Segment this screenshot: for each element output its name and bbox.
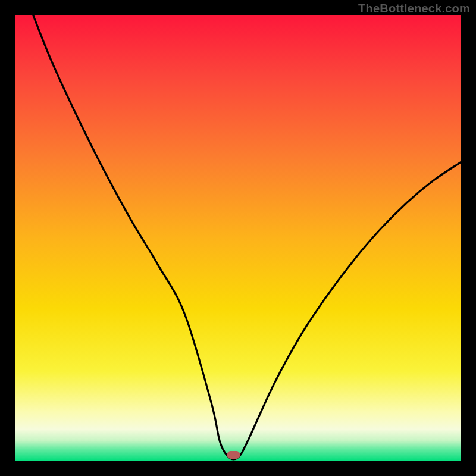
chart-svg: [15, 15, 461, 461]
gradient-background: [15, 15, 461, 461]
chart-frame: TheBottleneck.com: [0, 0, 476, 476]
plot-area: [15, 15, 461, 461]
watermark-text: TheBottleneck.com: [358, 2, 470, 15]
optimal-marker: [227, 451, 240, 459]
